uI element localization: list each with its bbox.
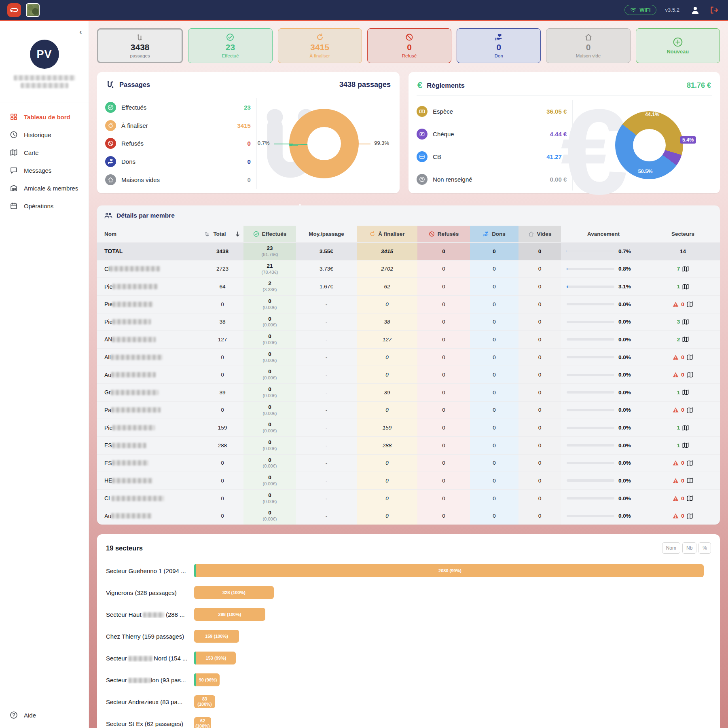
avatar[interactable]: PV (30, 40, 59, 69)
vides-cell: 0 (518, 472, 561, 489)
passages-panel-body: Effectués23À finaliser3415Refusés0Dons0M… (105, 98, 392, 189)
stat-card-don[interactable]: 0Don (457, 28, 541, 63)
column-header-don[interactable]: Dons (470, 226, 518, 242)
user-account-button[interactable] (691, 6, 700, 15)
secteur-bar[interactable]: 62 (100%) (194, 717, 211, 728)
warning-icon (673, 513, 679, 519)
secteur-bar[interactable]: 288 (100%) (194, 608, 265, 621)
map-icon[interactable] (687, 301, 693, 307)
sidebar-item-building[interactable]: Amicale & membres (0, 179, 89, 197)
reglements-row-esp-ce: Espèce36.05 € (417, 106, 567, 117)
column-header-sect[interactable]: Secteurs (646, 226, 720, 242)
secteur-label-text: Chez Thierry (159 passages) (106, 633, 184, 640)
secteur-label-text: (288 ... (164, 611, 185, 618)
map-icon[interactable] (682, 425, 689, 431)
stat-card-label: Effectué (222, 53, 239, 58)
secteur-bar[interactable]: 2080 (99%) (194, 564, 704, 577)
column-header-moy[interactable]: Moy./passage (296, 226, 357, 242)
map-icon[interactable] (687, 477, 693, 484)
stat-card-effectu-[interactable]: 23Effectué (188, 28, 272, 63)
map-icon[interactable] (682, 442, 689, 449)
sidebar-item-aide[interactable]: Aide (0, 706, 40, 724)
sort-by-pct-button[interactable]: % (698, 542, 711, 554)
secteur-bar[interactable]: 153 (99%) (194, 652, 236, 665)
sidebar-item-map[interactable]: Carte (0, 144, 89, 161)
map-icon[interactable] (687, 372, 693, 378)
vides-cell: 0 (518, 313, 561, 331)
secteurs-cell: 1 (646, 277, 720, 295)
progress-bar-fill (567, 268, 567, 270)
sidebar-collapse-button[interactable]: ‹ (79, 28, 82, 36)
sidebar-item-chat[interactable]: Messages (0, 161, 89, 179)
column-header-ref[interactable]: Refusés (417, 226, 470, 242)
stat-card--finaliser[interactable]: 3415À finaliser (278, 28, 362, 63)
secteur-bar[interactable]: 159 (100%) (194, 630, 239, 643)
secteur-bar-fill: 159 (100%) (194, 630, 239, 643)
avancement-cell: 0.0% (561, 295, 646, 313)
column-header-adv[interactable]: Avancement (561, 226, 646, 242)
secteur-bar-row: Secteur Andrezieux (83 pa...83 (100%) (106, 695, 711, 708)
sort-by-nb-button[interactable]: Nb (682, 542, 696, 554)
app-logo-icon[interactable] (7, 3, 21, 17)
stat-card-refus-[interactable]: 0Refusé (367, 28, 451, 63)
secteur-label-text: Secteur Haut (106, 611, 143, 618)
secteur-bar-fill: 2080 (99%) (196, 564, 704, 577)
a-finaliser-value: 288 (383, 442, 392, 449)
stat-card-maison-vide[interactable]: 0Maison vide (546, 28, 630, 63)
sidebar-item-history[interactable]: Historique (0, 126, 89, 144)
column-header-total[interactable]: Total (201, 226, 243, 242)
effectues-amount: (0.00€) (263, 446, 277, 452)
secteur-bar[interactable]: 328 (100%) (194, 586, 274, 599)
column-header-vid[interactable]: Vides (518, 226, 561, 242)
redacted-text (111, 513, 152, 518)
stat-card-nouveau[interactable]: Nouveau (636, 28, 720, 63)
dons-cell: 0 (470, 348, 518, 366)
secteurs-count: 0 (681, 354, 684, 360)
effectues-amount: (0.00€) (263, 393, 277, 399)
dons-cell: 0 (470, 401, 518, 419)
secteurs-cell: 0 (646, 489, 720, 507)
app-version: v3.5.2 (665, 7, 679, 13)
map-icon[interactable] (687, 354, 693, 360)
user-name-redacted (14, 75, 75, 88)
avancement-cell: 0.0% (561, 401, 646, 419)
sidebar-item-label: Amicale & membres (24, 185, 78, 192)
sidebar-item-calendar[interactable]: Opérations (0, 197, 89, 215)
stat-card-passages[interactable]: 3438passages (97, 28, 183, 63)
secteur-bar[interactable]: 83 (100%) (194, 695, 215, 708)
secteur-bar-row: Chez Thierry (159 passages)159 (100%) (106, 630, 711, 643)
effectues-cell: 23(81.76€) (243, 242, 296, 260)
member-name-cell: All (97, 348, 201, 366)
map-icon[interactable] (682, 336, 689, 343)
column-header-label: Effectués (262, 231, 287, 237)
secteur-bar[interactable]: 90 (96%) (194, 673, 220, 686)
redacted-text (111, 372, 156, 377)
map-icon[interactable] (687, 495, 693, 502)
passages-donut-chart[interactable] (289, 109, 359, 178)
map-icon[interactable] (682, 319, 689, 325)
map-icon[interactable] (682, 284, 689, 290)
logout-button[interactable] (709, 6, 718, 15)
operation-photo-thumbnail[interactable] (26, 3, 40, 17)
column-header-fin[interactable]: À finaliser (357, 226, 417, 242)
effectues-amount: (0.00€) (263, 305, 277, 311)
warning-icon (673, 478, 679, 484)
member-name-cell: AN (97, 330, 201, 348)
secteur-bar-row: Vignerons (328 passages)328 (100%) (106, 586, 711, 599)
secteurs-cell: 14 (646, 242, 720, 260)
a-finaliser-cell: 0 (357, 507, 417, 525)
column-header-nom[interactable]: Nom (97, 226, 201, 242)
sidebar-item-dashboard[interactable]: Tableau de bord (0, 108, 89, 126)
column-header-eff[interactable]: Effectués (243, 226, 296, 242)
map-icon[interactable] (687, 460, 693, 466)
secteurs-count: 7 (677, 266, 680, 272)
sort-descending-icon[interactable] (235, 231, 241, 237)
map-icon[interactable] (682, 389, 689, 396)
map-icon[interactable] (682, 266, 689, 272)
sort-by-nom-button[interactable]: Nom (662, 542, 680, 554)
refresh-icon (316, 33, 324, 41)
user-profile: PV (0, 40, 89, 88)
map-icon[interactable] (687, 407, 693, 413)
effectues-cell: 2(3.33€) (243, 277, 296, 295)
map-icon[interactable] (687, 513, 693, 519)
